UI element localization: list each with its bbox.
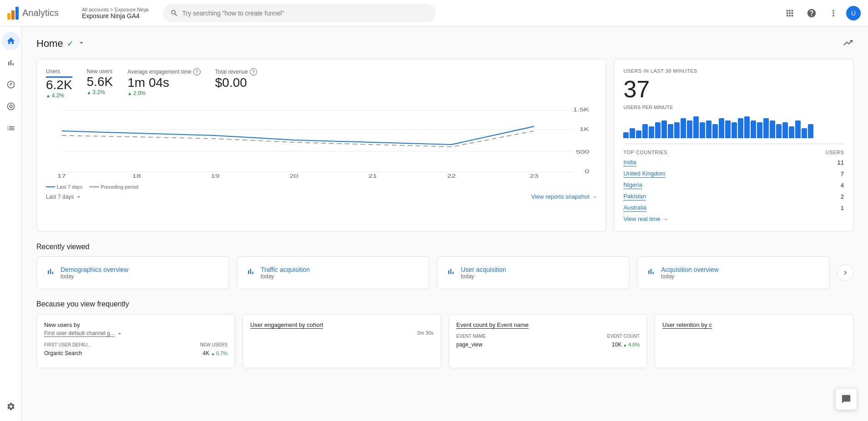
trending-up-icon[interactable]	[843, 37, 853, 50]
freq-card-engagement: User engagement by cohort 2m 30s	[242, 314, 441, 368]
account-selector: All accounts > Exposure Ninja Exposure N…	[82, 7, 148, 20]
avatar[interactable]: U	[846, 6, 861, 20]
apps-button[interactable]	[781, 4, 799, 22]
svg-text:22: 22	[447, 174, 456, 179]
freq-card-4-title: User retention by c	[662, 321, 846, 328]
nav-actions: U	[781, 4, 861, 22]
rt-bar	[655, 122, 661, 138]
more-vert-icon	[828, 8, 838, 18]
search-bar[interactable]	[163, 4, 436, 22]
country-count: 1	[841, 205, 844, 211]
rt-bar	[712, 124, 718, 138]
freq-row-3-col1: page_view	[456, 341, 482, 348]
svg-text:21: 21	[368, 174, 377, 179]
subtitle-dropdown-icon[interactable]	[116, 331, 123, 337]
country-name[interactable]: Nigeria	[623, 181, 642, 189]
new-users-value: 5.6K	[87, 75, 113, 89]
more-vert-button[interactable]	[824, 4, 843, 22]
sidebar-item-home[interactable]	[2, 32, 20, 50]
rt-bar	[751, 120, 756, 138]
users-column-label: USERS	[826, 150, 844, 155]
account-path: All accounts > Exposure Ninja	[82, 7, 148, 12]
dashed-line-icon	[90, 186, 99, 187]
rt-bar	[744, 116, 750, 138]
view-realtime-link[interactable]: View real time →	[623, 216, 844, 222]
sidebar-item-advertising[interactable]	[2, 97, 20, 115]
svg-text:17: 17	[57, 174, 66, 179]
time-selector[interactable]: Last 7 days	[46, 194, 82, 200]
freq-subtitle-link[interactable]: First user default channel g...	[44, 330, 115, 337]
freq-col1-header: FIRST USER DEFAU...	[44, 342, 91, 347]
rt-bar	[623, 132, 629, 138]
rt-bar	[674, 122, 680, 138]
freq-row-col2: 4K	[202, 350, 209, 356]
svg-text:500: 500	[576, 150, 589, 155]
country-name[interactable]: Australia	[623, 204, 646, 212]
legend-last7days: Last 7 days	[46, 184, 82, 190]
metric-revenue: Total revenue ? $0.00	[215, 68, 257, 99]
recent-card-traffic[interactable]: Traffic acquisition today	[237, 256, 429, 289]
app-logo: Analytics	[7, 7, 75, 20]
time-dropdown-icon	[76, 194, 82, 200]
view-reports-link[interactable]: View reports snapshot →	[531, 193, 597, 200]
freq-row-3-col2: 10K	[612, 341, 621, 348]
country-name[interactable]: India	[623, 159, 636, 166]
demographics-card-text: Demographics overview today	[61, 266, 128, 280]
freq-col2-header: NEW USERS	[200, 342, 227, 347]
country-name[interactable]: United Kingdom	[623, 170, 666, 178]
solid-line-icon	[46, 186, 55, 187]
recent-card-acquisition-overview[interactable]: Acquisition overview today	[637, 256, 830, 289]
freq-table-3-row: page_view 10K 4.0%	[456, 341, 640, 348]
engagement-info-icon[interactable]: ?	[193, 68, 201, 75]
country-row: Australia 1	[623, 204, 844, 212]
svg-text:0: 0	[585, 169, 589, 174]
svg-text:19: 19	[211, 174, 219, 179]
carousel-next-button[interactable]	[837, 265, 853, 281]
realtime-divider	[623, 144, 844, 144]
frequently-viewed-title: Because you view frequently	[36, 300, 853, 308]
recent-card-user-acquisition[interactable]: User acquisition today	[437, 256, 630, 289]
check-circle-icon: ✓	[67, 39, 74, 49]
sidebar-item-reports[interactable]	[2, 54, 20, 72]
rt-bar	[776, 124, 782, 138]
sidebar-item-explore[interactable]	[2, 75, 20, 94]
rt-bar	[642, 124, 648, 138]
freq-card-2-title: User engagement by cohort	[250, 321, 434, 328]
top-countries-header: TOP COUNTRIES USERS	[623, 150, 844, 155]
page-dropdown-button[interactable]	[77, 39, 86, 48]
app-title: Analytics	[22, 8, 59, 18]
rt-bar	[789, 126, 794, 138]
svg-text:23: 23	[530, 174, 538, 179]
sidebar-item-configure[interactable]	[2, 119, 20, 137]
freq-col2-header-3: EVENT COUNT	[607, 334, 640, 339]
country-row: Nigeria 4	[623, 181, 844, 189]
country-row: India 11	[623, 159, 844, 166]
rt-bar	[738, 118, 743, 138]
recent-card-demographics[interactable]: Demographics overview today	[36, 256, 229, 289]
revenue-info-icon[interactable]: ?	[250, 68, 257, 75]
engagement-label: Average engagement time ?	[127, 68, 201, 75]
user-acquisition-card-name: User acquisition	[461, 266, 506, 273]
country-name[interactable]: Pakistan	[623, 193, 646, 200]
new-users-change: 3.2%	[87, 89, 113, 95]
rt-bar	[636, 130, 641, 138]
svg-text:1K: 1K	[580, 127, 590, 132]
rt-bar	[795, 120, 801, 138]
rt-bar	[725, 120, 731, 138]
revenue-label: Total revenue ?	[215, 68, 257, 75]
legend-preceding-label: Preceding period	[101, 184, 138, 190]
svg-text:20: 20	[290, 174, 298, 179]
realtime-card: USERS IN LAST 30 MINUTES 37 USERS PER MI…	[614, 59, 853, 232]
demographics-card-time: today	[61, 273, 128, 280]
search-input[interactable]	[182, 10, 429, 17]
users-label: Users	[46, 68, 72, 78]
account-name-button[interactable]: Exposure Ninja GA4	[82, 12, 148, 20]
rt-bar	[802, 128, 807, 138]
page-title-row: Home ✓	[36, 38, 86, 50]
frequently-viewed-cards: New users by First user default channel …	[36, 314, 853, 368]
traffic-chart-icon	[246, 267, 255, 278]
metrics-row: Users 6.2K 4.2% New users 5.6K 3.2% Aver…	[46, 68, 597, 99]
help-button[interactable]	[802, 4, 821, 22]
freq-table-row: Organic Search 4K 0.7%	[44, 350, 227, 356]
country-count: 7	[841, 170, 844, 177]
